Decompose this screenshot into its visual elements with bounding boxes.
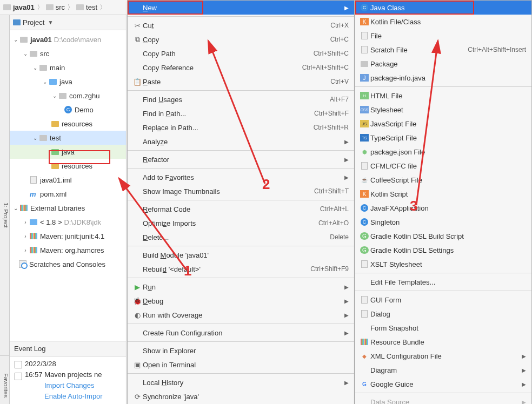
- arrow-icon[interactable]: ›: [22, 219, 29, 225]
- tree-java[interactable]: ⌄ java: [10, 75, 126, 89]
- event-link-import[interactable]: Import Changes: [25, 380, 103, 391]
- tree-root[interactable]: ⌄ java01 D:\code\maven: [10, 32, 126, 46]
- submenu-diagram[interactable]: Diagram ▶: [355, 363, 531, 377]
- menu-run[interactable]: ▶ Run ▶: [128, 280, 354, 294]
- submenu-kotlin-script[interactable]: K Kotlin Script: [355, 187, 531, 201]
- arrow-icon[interactable]: ⌄: [51, 93, 58, 99]
- submenu-xml-config[interactable]: ◆ XML Configuration File ▶: [355, 349, 531, 363]
- menu-add-favorites[interactable]: Add to Favorites ▶: [128, 170, 354, 184]
- menu-debug[interactable]: 🐞 Debug ▶: [128, 294, 354, 308]
- tree-scratches[interactable]: Scratches and Consoles: [10, 257, 126, 271]
- submenu-gradle-build[interactable]: G Gradle Kotlin DSL Build Script: [355, 229, 531, 243]
- submenu-cfml[interactable]: CFML/CFC file: [355, 159, 531, 173]
- submenu-javafx[interactable]: C JavaFXApplication: [355, 201, 531, 215]
- submenu-form-snapshot[interactable]: Form Snapshot: [355, 321, 531, 335]
- submenu-java-class[interactable]: C Java Class: [355, 1, 531, 15]
- sidebar-project-tab[interactable]: 1: Project: [0, 15, 10, 404]
- submenu-package[interactable]: Package: [355, 57, 531, 71]
- sidebar-favorites-tab[interactable]: Favorites: [0, 355, 10, 404]
- submenu-singleton[interactable]: C Singleton: [355, 215, 531, 229]
- tree-src[interactable]: ⌄ src: [10, 46, 126, 60]
- tree-resources[interactable]: resources: [10, 117, 126, 131]
- menu-build-module[interactable]: Build Module 'java01': [128, 248, 354, 262]
- submenu-scratch[interactable]: Scratch File Ctrl+Alt+Shift+Insert: [355, 43, 531, 57]
- settings-icon[interactable]: [15, 361, 22, 368]
- tree-main[interactable]: ⌄ main: [10, 60, 126, 75]
- menu-coverage[interactable]: ◐ Run with Coverage ▶: [128, 308, 354, 322]
- tree-class[interactable]: C Demo: [10, 103, 126, 117]
- arrow-icon[interactable]: ›: [22, 247, 29, 253]
- submenu-gui-form[interactable]: GUI Form: [355, 293, 531, 307]
- submenu-js[interactable]: JS JavaScript File: [355, 117, 531, 131]
- breadcrumb-root[interactable]: java01: [13, 3, 35, 11]
- menu-label: Scratch File: [370, 46, 468, 54]
- menu-find-usages[interactable]: Find Usages Alt+F7: [128, 92, 354, 106]
- arrow-icon[interactable]: ⌄: [41, 79, 49, 85]
- tree-junit[interactable]: › Maven: junit:junit:4.1: [10, 229, 126, 243]
- submenu-ts[interactable]: TS TypeScript File: [355, 131, 531, 145]
- submenu-stylesheet[interactable]: CSS Stylesheet: [355, 103, 531, 117]
- submenu-html[interactable]: H HTML File: [355, 89, 531, 103]
- tree-pom[interactable]: m pom.xml: [10, 187, 126, 201]
- menu-paste[interactable]: 📋 Paste Ctrl+V: [128, 75, 354, 89]
- event-log-header[interactable]: Event Log: [10, 341, 126, 356]
- arrow-icon[interactable]: ⌄: [31, 65, 39, 71]
- tree-test[interactable]: ⌄ test: [10, 131, 126, 145]
- menu-analyze[interactable]: Analyze ▶: [128, 134, 354, 149]
- submenu-file[interactable]: File: [355, 29, 531, 43]
- menu-copy[interactable]: ⧉ Copy Ctrl+C: [128, 32, 354, 46]
- project-header[interactable]: Project ▼: [10, 15, 126, 30]
- tree-jdk[interactable]: › < 1.8 > D:\JDK8\jdk: [10, 215, 126, 229]
- menu-optimize[interactable]: Optimize Imports Ctrl+Alt+O: [128, 216, 354, 230]
- menu-create-run[interactable]: Create Run Configuration ▶: [128, 326, 354, 340]
- menu-new[interactable]: New ▶: [128, 1, 354, 15]
- submenu-gradle-settings[interactable]: G Gradle Kotlin DSL Settings: [355, 243, 531, 257]
- menu-terminal[interactable]: ▣ Open in Terminal: [128, 358, 354, 372]
- arrow-icon[interactable]: ⌄: [12, 205, 19, 211]
- arrow-icon[interactable]: ⌄: [31, 135, 39, 141]
- arrow-icon[interactable]: ›: [22, 233, 29, 239]
- submenu-package-json[interactable]: ⬢ package.json File: [355, 145, 531, 159]
- submenu-edit-templates[interactable]: Edit File Templates...: [355, 275, 531, 289]
- menu-reformat[interactable]: Reformat Code Ctrl+Alt+L: [128, 202, 354, 216]
- menu-thumbnails[interactable]: Show Image Thumbnails Ctrl+Shift+T: [128, 184, 354, 198]
- breadcrumb-item[interactable]: src: [56, 3, 65, 11]
- submenu-data-source[interactable]: Data Source ▶: [355, 395, 531, 404]
- menu-synchronize[interactable]: ⟳ Synchronize 'java': [128, 389, 354, 403]
- test-folder-icon: [51, 149, 59, 155]
- menu-label: Java Class: [370, 4, 526, 12]
- submenu-xslt[interactable]: XSLT Stylesheet: [355, 257, 531, 271]
- submenu-guice[interactable]: G Google Guice ▶: [355, 377, 531, 391]
- class-icon: C: [361, 218, 368, 226]
- submenu-arrow-icon: ▶: [522, 353, 526, 359]
- submenu-kotlin[interactable]: K Kotlin File/Class: [355, 15, 531, 29]
- tree-package[interactable]: ⌄ com.zghu: [10, 89, 126, 103]
- menu-copy-reference[interactable]: Copy Reference Ctrl+Alt+Shift+C: [128, 60, 354, 75]
- submenu-resource-bundle[interactable]: Resource Bundle: [355, 335, 531, 349]
- tree-label: com.zghu: [69, 92, 99, 100]
- arrow-icon[interactable]: ⌄: [12, 37, 19, 43]
- sync-icon: ⟳: [132, 393, 143, 401]
- breadcrumb-item[interactable]: test: [86, 3, 97, 11]
- submenu-dialog[interactable]: Dialog: [355, 307, 531, 321]
- menu-rebuild[interactable]: Rebuild '<default>' Ctrl+Shift+F9: [128, 262, 354, 276]
- menu-explorer[interactable]: Show in Explorer: [128, 344, 354, 358]
- menu-delete[interactable]: Delete... Delete: [128, 230, 354, 244]
- tree-test-resources[interactable]: resources: [10, 159, 126, 173]
- menu-local-history[interactable]: Local History ▶: [128, 375, 354, 389]
- menu-refactor[interactable]: Refactor ▶: [128, 152, 354, 166]
- tree-iml[interactable]: java01.iml: [10, 173, 126, 187]
- trash-icon[interactable]: [15, 373, 22, 380]
- tree-hamcrest[interactable]: › Maven: org.hamcres: [10, 243, 126, 257]
- tree-test-java[interactable]: java: [10, 145, 126, 159]
- tree-external[interactable]: ⌄ External Libraries: [10, 201, 126, 215]
- menu-replace-in-path[interactable]: Replace in Path... Ctrl+Shift+R: [128, 120, 354, 134]
- copy-icon: ⧉: [132, 35, 143, 44]
- submenu-package-info[interactable]: J package-info.java: [355, 71, 531, 85]
- menu-find-in-path[interactable]: Find in Path... Ctrl+Shift+F: [128, 106, 354, 120]
- arrow-icon[interactable]: ⌄: [22, 51, 29, 57]
- submenu-coffee[interactable]: ☕ CoffeeScript File: [355, 173, 531, 187]
- menu-copy-path[interactable]: Copy Path Ctrl+Shift+C: [128, 46, 354, 60]
- menu-cut[interactable]: ✂ Cut Ctrl+X: [128, 18, 354, 32]
- event-link-auto[interactable]: Enable Auto-Impor: [25, 391, 103, 402]
